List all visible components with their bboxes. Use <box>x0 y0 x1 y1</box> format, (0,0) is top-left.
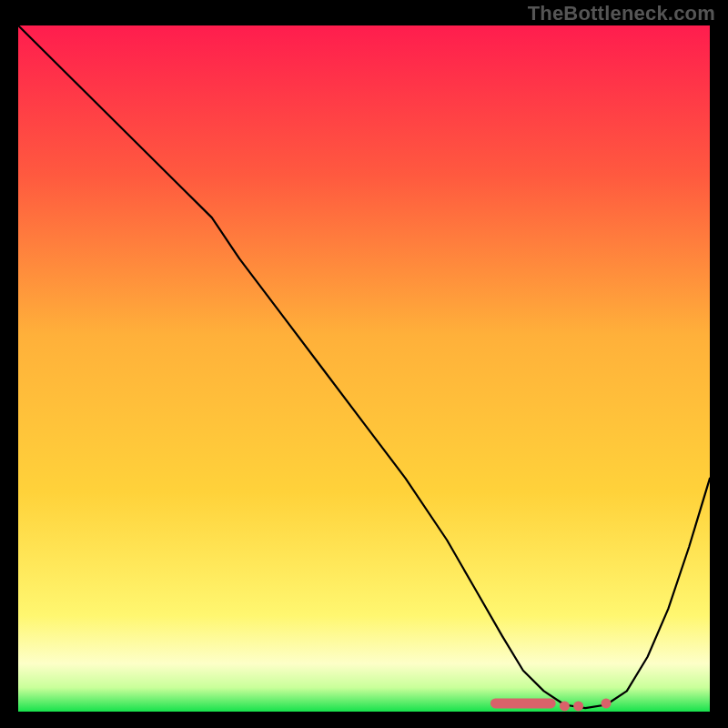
highlight-dot-1 <box>560 701 570 711</box>
watermark-text: TheBottleneck.com <box>528 2 715 25</box>
chart-svg <box>18 25 710 712</box>
highlight-dot-3 <box>602 698 612 708</box>
highlight-dot-2 <box>573 701 583 711</box>
plot-area <box>18 25 710 712</box>
chart-frame: TheBottleneck.com <box>0 0 728 728</box>
